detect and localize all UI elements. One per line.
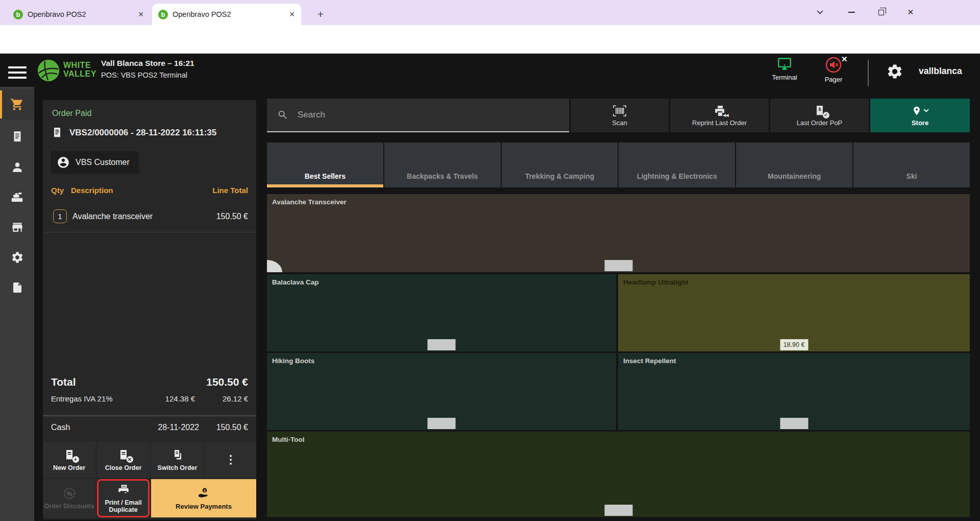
price-chip — [604, 505, 632, 516]
receipt-icon — [51, 127, 63, 139]
product-tile-insect-repellent[interactable]: Insect Repellent — [618, 353, 970, 430]
payment-method: Cash — [51, 423, 70, 432]
barcode-icon — [612, 105, 627, 117]
product-tile-multi-tool[interactable]: Multi-Tool — [267, 432, 970, 517]
order-status: Order Paid — [52, 109, 91, 118]
tab-close-icon[interactable]: ✕ — [289, 10, 295, 18]
divider — [43, 415, 256, 416]
receipt-icon — [11, 130, 24, 144]
switch-order-button[interactable]: Switch Order — [151, 442, 204, 478]
product-tile-headlamp-ultralight[interactable]: Headlamp Ultralight 18.90 € — [618, 274, 970, 351]
product-tile-balaclava-cap[interactable]: Balaclava Cap — [267, 274, 616, 351]
settings-gear-icon[interactable] — [886, 63, 903, 80]
customer-name: VBS Customer — [76, 158, 130, 167]
pager-muted-icon — [812, 57, 855, 73]
total-value: 150.50 € — [206, 376, 248, 388]
svg-text:$: $ — [818, 107, 821, 112]
window-close-button[interactable]: ✕ — [900, 5, 921, 19]
reprint-receipt-icon: ◂◂ — [714, 105, 726, 117]
print-email-duplicate-button[interactable]: Print / Email Duplicate — [97, 479, 150, 517]
tab-backpacks-travels[interactable]: Backpacks & Travels — [384, 143, 501, 187]
browser-tab-2-active[interactable]: b Openbravo POS2 ✕ — [152, 4, 301, 25]
window-minimize-button[interactable] — [841, 5, 862, 19]
window-restore-button[interactable] — [871, 5, 891, 19]
tab-title: Openbravo POS2 — [173, 10, 284, 18]
pager-status-button[interactable]: Pager — [812, 57, 855, 83]
order-panel: Order Paid VBS2/0000006 - 28-11-2022 16:… — [43, 100, 256, 519]
browser-toolbar: ← → livebuilds.openbravo.com/retail_pos2… — [0, 25, 980, 54]
sidebar-item-store[interactable] — [0, 212, 34, 242]
switch-order-icon — [172, 448, 184, 462]
logged-in-username[interactable]: vallblanca — [919, 66, 974, 77]
openbravo-favicon: b — [158, 10, 168, 19]
tab-search-chevron-icon[interactable] — [810, 5, 830, 19]
pos-app: WHITE VALLEY Vall Blanca Store – 16:21 P… — [0, 54, 980, 521]
last-order-pop-button[interactable]: $ ✓ Last Order PoP — [770, 99, 869, 132]
order-totals: Total 150.50 € Entregas IVA 21% 124.38 €… — [51, 376, 248, 413]
svg-text:$: $ — [204, 488, 206, 492]
payment-amount: 150.50 € — [216, 423, 248, 432]
new-tab-button[interactable]: + — [313, 7, 328, 21]
customer-chip[interactable]: VBS Customer — [51, 151, 139, 174]
price-chip — [780, 418, 808, 429]
order-discounts-button[interactable]: % Order Discounts — [43, 479, 95, 517]
product-name: Balaclava Cap — [272, 278, 319, 286]
search-input[interactable]: Search — [267, 99, 569, 132]
sidebar-item-customers[interactable] — [0, 152, 34, 182]
scan-button[interactable]: Scan — [571, 99, 669, 132]
tab-lightning-electronics[interactable]: Lightning & Electronics — [619, 143, 735, 187]
sidebar-item-cash-management[interactable] — [0, 182, 34, 212]
product-tile-avalanche-transceiver[interactable]: Avalanche Transceiver — [267, 194, 970, 272]
screen: b Openbravo POS2 ✕ b Openbravo POS2 ✕ + … — [0, 0, 980, 521]
review-payments-button[interactable]: $ Review Payments — [151, 479, 256, 517]
terminal-status-button[interactable]: Terminal — [763, 57, 806, 81]
sidebar-item-sales[interactable] — [0, 89, 34, 120]
tab-ski[interactable]: Ski — [853, 143, 970, 187]
sidebar-item-orders[interactable] — [0, 122, 34, 152]
payment-row: Cash 28-11-2022 150.50 € — [51, 423, 248, 440]
close-order-button[interactable]: ✕ Close Order — [97, 442, 150, 478]
search-placeholder: Search — [298, 110, 325, 120]
reprint-last-order-button[interactable]: ◂◂ Reprint Last Order — [670, 99, 769, 132]
product-name: Avalanche Transceiver — [272, 198, 347, 206]
printer-icon — [117, 483, 130, 496]
line-qty: 1 — [53, 209, 67, 223]
product-tile-hiking-boots[interactable]: Hiking Boots — [267, 353, 616, 430]
browser-tab-1[interactable]: b Openbravo POS2 ✕ — [7, 4, 150, 25]
tax-label: Entregas IVA 21% — [51, 394, 113, 403]
store-selector-button[interactable]: Store — [870, 99, 970, 132]
product-name: Headlamp Ultralight — [623, 278, 689, 286]
tax-amount: 26.12 € — [223, 394, 248, 403]
close-order-icon: ✕ — [117, 448, 130, 462]
hamburger-menu-icon[interactable] — [8, 66, 27, 79]
location-pin-icon — [912, 105, 929, 117]
price-chip — [604, 260, 632, 271]
product-name: Hiking Boots — [272, 357, 314, 365]
sidebar-item-documents[interactable] — [0, 272, 34, 302]
brand-name: WHITE VALLEY — [63, 61, 96, 78]
price-chip — [428, 418, 456, 429]
price-chip — [428, 339, 456, 350]
svg-text:%: % — [66, 490, 72, 498]
tab-close-icon[interactable]: ✕ — [138, 10, 144, 18]
receipt-check-icon: $ ✓ — [814, 105, 826, 117]
discount-percent-icon: % — [63, 487, 76, 500]
tab-mountaineering[interactable]: Mountaineering — [736, 143, 852, 187]
more-actions-kebab-button[interactable]: ⋮ — [205, 442, 256, 478]
tab-title: Openbravo POS2 — [28, 10, 133, 18]
tab-trekking-camping[interactable]: Trekking & Camping — [502, 143, 618, 187]
new-order-button[interactable]: + New Order — [43, 442, 95, 478]
terminal-title: POS: VBS POS2 Terminal — [101, 71, 194, 79]
pager-close-x-icon[interactable]: ✕ — [841, 55, 848, 64]
tab-best-sellers[interactable]: Best Sellers — [267, 143, 383, 187]
order-line[interactable]: 1 Avalanche transceiver 150.50 € — [43, 201, 256, 232]
gear-icon — [11, 251, 24, 264]
line-total: 150.50 € — [216, 212, 248, 221]
chevron-down-icon — [923, 109, 929, 112]
terminal-monitor-icon — [763, 57, 806, 71]
sidebar-item-settings[interactable] — [0, 242, 34, 272]
payment-date: 28-11-2022 — [158, 423, 199, 432]
customer-icon — [11, 160, 24, 174]
white-valley-logo — [38, 60, 59, 81]
product-name: Multi-Tool — [272, 436, 304, 443]
